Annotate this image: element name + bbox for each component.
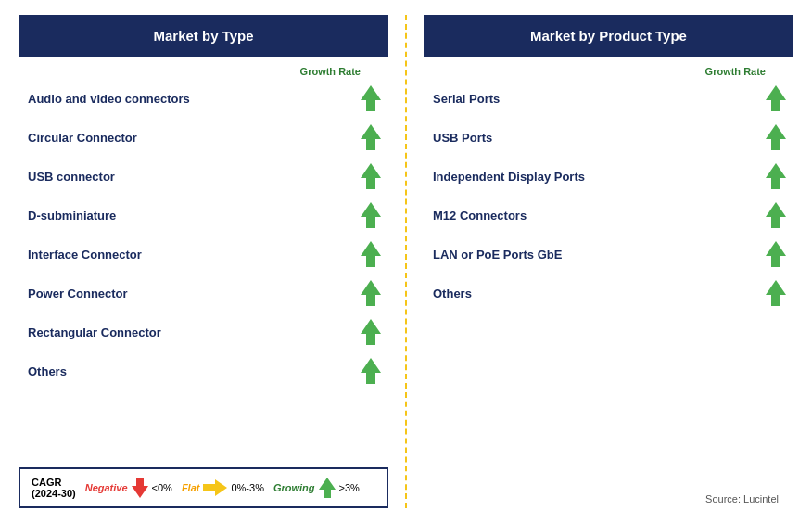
- right-item-label-4: M12 Connectors: [433, 209, 527, 223]
- list-item: Circular Connector: [19, 118, 388, 157]
- up-arrow-icon: [361, 241, 381, 267]
- legend-bar: CAGR(2024-30) Negative <0% Flat 0%-3% Gr…: [19, 467, 388, 508]
- left-panel: Market by Type Growth Rate Audio and vid…: [19, 15, 388, 508]
- legend-negative: Negative <0%: [85, 478, 172, 498]
- red-down-arrow-icon: [132, 478, 148, 498]
- list-item: Rectangular Connector: [19, 313, 388, 351]
- panel-divider: [405, 15, 407, 508]
- list-item: USB Ports: [424, 118, 793, 157]
- up-arrow-icon: [766, 202, 786, 228]
- up-arrow-icon: [766, 163, 786, 189]
- yellow-right-arrow-icon: [203, 479, 227, 496]
- right-item-label-3: Independent Display Ports: [433, 170, 585, 184]
- item-label-7: Rectangular Connector: [28, 325, 161, 339]
- legend-negative-label: Negative: [85, 482, 128, 493]
- list-item: Others: [424, 274, 793, 313]
- left-panel-body: Growth Rate Audio and video connectors C…: [19, 57, 388, 464]
- right-item-label-5: LAN or PoE Ports GbE: [433, 248, 562, 262]
- up-arrow-icon: [766, 280, 786, 306]
- list-item: Independent Display Ports: [424, 157, 793, 196]
- right-panel-body: Growth Rate Serial Ports USB Ports Indep…: [424, 57, 793, 493]
- item-label-1: Audio and video connectors: [28, 92, 190, 106]
- list-item: LAN or PoE Ports GbE: [424, 235, 793, 274]
- list-item: D-subminiature: [19, 196, 388, 235]
- up-arrow-icon: [766, 85, 786, 111]
- list-item: Serial Ports: [424, 79, 793, 118]
- right-growth-rate-label: Growth Rate: [424, 66, 793, 77]
- legend-flat-value: 0%-3%: [231, 482, 263, 493]
- up-arrow-icon: [766, 241, 786, 267]
- legend-growing-label: Growing: [273, 482, 315, 493]
- up-arrow-icon: [361, 85, 381, 111]
- item-label-6: Power Connector: [28, 287, 128, 300]
- list-item: USB connector: [19, 157, 388, 196]
- left-growth-rate-label: Growth Rate: [19, 66, 388, 77]
- up-arrow-icon: [361, 358, 381, 384]
- up-arrow-icon: [361, 163, 381, 189]
- up-arrow-icon: [766, 124, 786, 150]
- list-item: Power Connector: [19, 274, 388, 313]
- list-item: Audio and video connectors: [19, 79, 388, 118]
- legend-flat-label: Flat: [182, 482, 200, 493]
- up-arrow-icon: [361, 202, 381, 228]
- item-label-3: USB connector: [28, 170, 115, 184]
- legend-negative-value: <0%: [152, 482, 172, 493]
- right-item-label-6: Others: [433, 287, 472, 300]
- up-arrow-icon: [361, 319, 381, 345]
- item-label-4: D-subminiature: [28, 209, 116, 223]
- right-panel: Market by Product Type Growth Rate Seria…: [424, 15, 793, 508]
- list-item: M12 Connectors: [424, 196, 793, 235]
- item-label-2: Circular Connector: [28, 131, 137, 145]
- green-up-arrow-small-icon: [319, 478, 336, 498]
- item-label-8: Others: [28, 364, 67, 378]
- right-item-label-2: USB Ports: [433, 131, 492, 145]
- legend-growing: Growing >3%: [273, 478, 360, 498]
- list-item: Others: [19, 351, 388, 390]
- legend-cagr-label: CAGR(2024-30): [32, 477, 76, 499]
- up-arrow-icon: [361, 280, 381, 306]
- list-item: Interface Connector: [19, 235, 388, 274]
- legend-growing-value: >3%: [339, 482, 360, 493]
- legend-flat: Flat 0%-3%: [182, 479, 264, 496]
- source-text: Source: Lucintel: [705, 493, 793, 508]
- right-item-label-1: Serial Ports: [433, 92, 500, 106]
- item-label-5: Interface Connector: [28, 248, 142, 262]
- right-panel-header: Market by Product Type: [424, 15, 793, 57]
- left-panel-header: Market by Type: [19, 15, 388, 57]
- up-arrow-icon: [361, 124, 381, 150]
